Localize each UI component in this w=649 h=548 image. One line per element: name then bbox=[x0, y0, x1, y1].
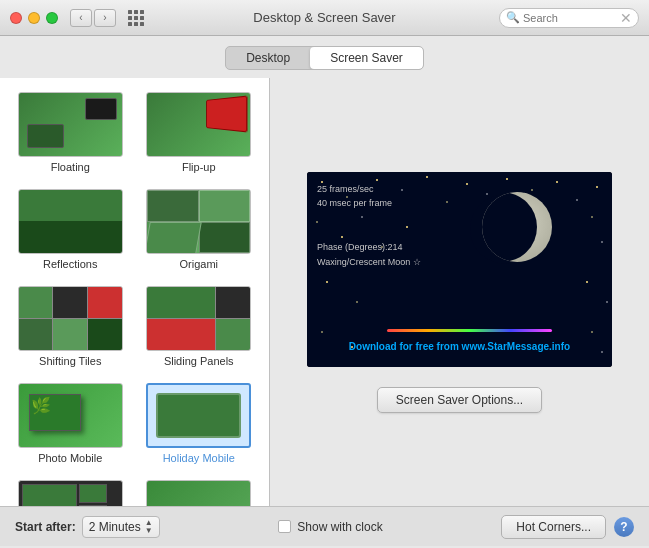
tab-screensaver[interactable]: Screen Saver bbox=[310, 47, 423, 69]
window-title: Desktop & Screen Saver bbox=[253, 10, 395, 25]
titlebar: ‹ › Desktop & Screen Saver 🔍 ✕ bbox=[0, 0, 649, 36]
saver-item-sliding-panels[interactable]: Sliding Panels bbox=[139, 282, 260, 371]
svg-point-5 bbox=[446, 201, 448, 203]
svg-point-4 bbox=[426, 176, 428, 178]
search-bar[interactable]: 🔍 ✕ bbox=[499, 8, 639, 28]
saver-thumb-bottom2 bbox=[146, 480, 251, 506]
saver-label-sliding: Sliding Panels bbox=[164, 355, 234, 367]
svg-point-6 bbox=[466, 183, 468, 185]
tab-group: Desktop Screen Saver bbox=[225, 46, 424, 70]
maximize-button[interactable] bbox=[46, 12, 58, 24]
grid-icon bbox=[128, 10, 144, 26]
mspf-text: 40 msec per frame bbox=[317, 196, 421, 210]
preview-panel: 25 frames/sec 40 msec per frame Phase (D… bbox=[270, 78, 649, 506]
hot-corners-button[interactable]: Hot Corners... bbox=[501, 515, 606, 539]
saver-thumb-floating bbox=[18, 92, 123, 157]
screensaver-grid: Floating Flip-up Reflections O bbox=[10, 88, 259, 506]
start-after-group: Start after: 2 Minutes ▲ ▼ bbox=[15, 516, 160, 538]
saver-label-floating: Floating bbox=[51, 161, 90, 173]
close-button[interactable] bbox=[10, 12, 22, 24]
minimize-button[interactable] bbox=[28, 12, 40, 24]
fps-text: 25 frames/sec bbox=[317, 182, 421, 196]
svg-point-2 bbox=[376, 179, 378, 181]
preview-starfield: 25 frames/sec 40 msec per frame Phase (D… bbox=[307, 172, 612, 367]
saver-item-shifting-tiles[interactable]: Shifting Tiles bbox=[10, 282, 131, 371]
start-after-label: Start after: bbox=[15, 520, 76, 534]
start-after-select[interactable]: 2 Minutes ▲ ▼ bbox=[82, 516, 160, 538]
svg-point-23 bbox=[606, 301, 607, 302]
saver-label-shifting: Shifting Tiles bbox=[39, 355, 101, 367]
select-arrows-icon: ▲ ▼ bbox=[145, 519, 153, 535]
saver-item-bottom1[interactable] bbox=[10, 476, 131, 506]
screensaver-list: Floating Flip-up Reflections O bbox=[0, 78, 270, 506]
screen-saver-options-button[interactable]: Screen Saver Options... bbox=[377, 387, 542, 413]
svg-point-11 bbox=[576, 199, 577, 200]
svg-point-21 bbox=[356, 301, 358, 303]
saver-item-photo-mobile[interactable]: Photo Mobile bbox=[10, 379, 131, 468]
traffic-lights bbox=[10, 12, 58, 24]
preview-dots bbox=[387, 329, 552, 332]
svg-point-10 bbox=[556, 181, 558, 183]
waxing-text: Waxing/Crescent Moon ☆ bbox=[317, 255, 421, 269]
show-clock-label: Show with clock bbox=[297, 520, 382, 534]
tab-desktop[interactable]: Desktop bbox=[226, 47, 310, 69]
show-clock-checkbox[interactable] bbox=[278, 520, 291, 533]
search-icon: 🔍 bbox=[506, 11, 520, 24]
saver-thumb-origami bbox=[146, 189, 251, 254]
svg-point-20 bbox=[326, 281, 328, 283]
search-clear-icon[interactable]: ✕ bbox=[620, 10, 632, 26]
saver-thumb-flipup bbox=[146, 92, 251, 157]
svg-point-8 bbox=[506, 178, 508, 180]
grid-view-button[interactable] bbox=[126, 9, 146, 27]
saver-item-floating[interactable]: Floating bbox=[10, 88, 131, 177]
main-content: Floating Flip-up Reflections O bbox=[0, 78, 649, 506]
saver-item-holiday-mobile[interactable]: Holiday Mobile bbox=[139, 379, 260, 468]
saver-thumb-sliding bbox=[146, 286, 251, 351]
saver-thumb-holiday bbox=[146, 383, 251, 448]
saver-label-holiday: Holiday Mobile bbox=[163, 452, 235, 464]
phase-text: Phase (Degrees):214 bbox=[317, 240, 421, 254]
search-input[interactable] bbox=[523, 12, 617, 24]
preview-bottom-text: Download for free from www.StarMessage.i… bbox=[307, 341, 612, 352]
saver-label-flipup: Flip-up bbox=[182, 161, 216, 173]
saver-label-reflections: Reflections bbox=[43, 258, 97, 270]
saver-label-photo: Photo Mobile bbox=[38, 452, 102, 464]
preview-moon bbox=[482, 192, 552, 262]
svg-point-9 bbox=[531, 189, 533, 191]
svg-point-19 bbox=[601, 241, 602, 242]
svg-point-18 bbox=[591, 216, 593, 218]
back-button[interactable]: ‹ bbox=[70, 9, 92, 27]
saver-label-origami: Origami bbox=[179, 258, 218, 270]
svg-point-24 bbox=[321, 331, 323, 333]
help-button[interactable]: ? bbox=[614, 517, 634, 537]
saver-item-reflections[interactable]: Reflections bbox=[10, 185, 131, 274]
saver-item-bottom2[interactable] bbox=[139, 476, 260, 506]
svg-point-22 bbox=[586, 281, 588, 283]
start-after-value: 2 Minutes bbox=[89, 520, 141, 534]
saver-thumb-bottom1 bbox=[18, 480, 123, 506]
nav-buttons: ‹ › bbox=[70, 9, 116, 27]
saver-thumb-reflections bbox=[18, 189, 123, 254]
saver-item-flipup[interactable]: Flip-up bbox=[139, 88, 260, 177]
preview-screen: 25 frames/sec 40 msec per frame Phase (D… bbox=[307, 172, 612, 367]
preview-text-overlay: 25 frames/sec 40 msec per frame Phase (D… bbox=[317, 182, 421, 270]
forward-button[interactable]: › bbox=[94, 9, 116, 27]
saver-thumb-shifting bbox=[18, 286, 123, 351]
svg-point-12 bbox=[596, 186, 598, 188]
saver-thumb-photo bbox=[18, 383, 123, 448]
hot-corners-group: Hot Corners... ? bbox=[501, 515, 634, 539]
svg-point-26 bbox=[591, 331, 593, 333]
moon-shadow bbox=[482, 192, 537, 262]
bottom-bar: Start after: 2 Minutes ▲ ▼ Show with clo… bbox=[0, 506, 649, 546]
saver-item-origami[interactable]: Origami bbox=[139, 185, 260, 274]
tabbar: Desktop Screen Saver bbox=[0, 36, 649, 78]
show-clock-group: Show with clock bbox=[180, 520, 482, 534]
